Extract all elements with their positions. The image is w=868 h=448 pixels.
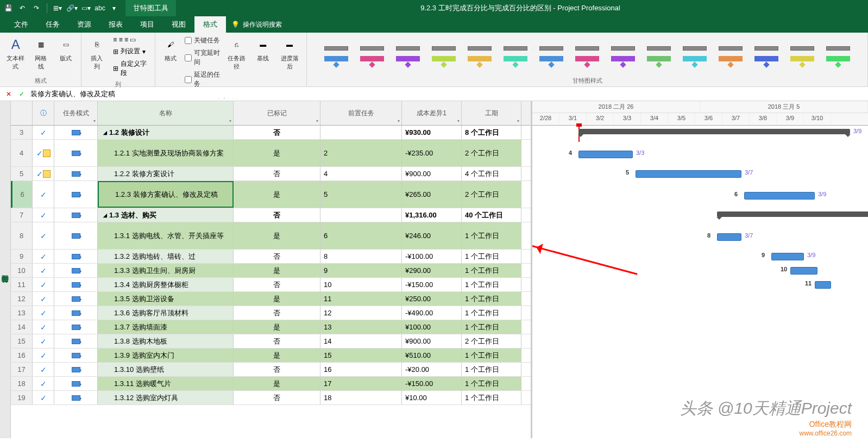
gantt-style-swatch[interactable]	[716, 43, 745, 67]
name-cell[interactable]: 1.3.4 选购厨房整体橱柜	[98, 278, 234, 291]
pred-column[interactable]: 前置任务▾	[320, 101, 402, 125]
pred-cell[interactable]: 6	[320, 222, 402, 249]
name-cell[interactable]: 1.3.2 选购地砖、墙砖、过	[98, 250, 234, 263]
gantt-bar[interactable]	[815, 281, 831, 289]
mark-cell[interactable]: 否	[234, 306, 320, 320]
tab-report[interactable]: 报表	[100, 16, 131, 33]
table-row[interactable]: 13✓1.3.6 选购客厅吊顶材料否12-¥490.001 个工作日	[11, 306, 531, 320]
gantt-bar[interactable]	[717, 233, 741, 241]
cancel-icon[interactable]: ✕	[4, 90, 13, 98]
undo-icon[interactable]: ↶	[17, 3, 27, 13]
slippage-button[interactable]: ▬进度落后	[277, 35, 302, 72]
dur-cell[interactable]: 1 个工作日	[462, 292, 521, 306]
pred-cell[interactable]: 8	[320, 250, 402, 263]
pred-cell[interactable]: 13	[320, 320, 402, 334]
table-row[interactable]: 19✓1.3.12 选购室内灯具否18¥10.001 个工作日	[11, 391, 531, 405]
name-cell[interactable]: 1.3.8 选购木地板	[98, 334, 234, 348]
name-column[interactable]: 名称▾	[98, 101, 234, 125]
gantt-style-swatch[interactable]	[788, 43, 816, 67]
name-cell[interactable]: 1.3.5 选购卫浴设备	[98, 292, 234, 306]
table-row[interactable]: 16✓1.3.9 选购室内木门是15¥510.001 个工作日	[11, 349, 531, 363]
mark-cell[interactable]: 否	[234, 278, 320, 291]
gantt-style-swatch[interactable]	[573, 43, 601, 67]
cost-cell[interactable]: ¥930.00	[402, 126, 462, 139]
gantt-style-swatch[interactable]	[466, 43, 494, 67]
cost-cell[interactable]: ¥510.00	[402, 349, 462, 362]
cost-cell[interactable]: -¥100.00	[402, 250, 462, 263]
cost-cell[interactable]: ¥290.00	[402, 264, 462, 277]
pred-cell[interactable]: 5	[320, 181, 402, 208]
info-column[interactable]: ⓘ	[33, 101, 54, 125]
dur-cell[interactable]: 2 个工作日	[462, 334, 521, 348]
mark-cell[interactable]: 否	[234, 208, 320, 222]
mark-cell[interactable]: 否	[234, 391, 320, 405]
dur-cell[interactable]: 1 个工作日	[462, 250, 521, 263]
gantt-style-swatch[interactable]	[645, 43, 673, 67]
dur-cell[interactable]: 2 个工作日	[462, 181, 521, 208]
mark-cell[interactable]: 是	[234, 140, 320, 166]
mark-cell[interactable]: 是	[234, 181, 320, 208]
pred-cell[interactable]: 4	[320, 167, 402, 181]
format-button[interactable]: 🖌格式	[160, 35, 181, 64]
cost-cell[interactable]: ¥250.00	[402, 292, 462, 306]
name-cell[interactable]: 1.3.7 选购墙面漆	[98, 320, 234, 334]
mark-cell[interactable]: 是	[234, 292, 320, 306]
cost-cell[interactable]: -¥490.00	[402, 306, 462, 320]
table-row[interactable]: 11✓1.3.4 选购厨房整体橱柜否10-¥150.001 个工作日	[11, 278, 531, 292]
table-row[interactable]: 14✓1.3.7 选购墙面漆是13¥100.001 个工作日	[11, 320, 531, 334]
critical-tasks-check[interactable]: 关键任务	[185, 35, 221, 46]
dur-cell[interactable]: 1 个工作日	[462, 391, 521, 405]
tell-me[interactable]: 💡 操作说明搜索	[231, 16, 282, 33]
table-row[interactable]: 5✓ 1.2.2 装修方案设计否4¥900.004 个工作日	[11, 167, 531, 181]
mark-cell[interactable]: 否	[234, 167, 320, 181]
enter-icon[interactable]: ✓	[17, 90, 26, 98]
mark-cell[interactable]: 否	[234, 126, 320, 139]
cost-cell[interactable]: ¥900.00	[402, 334, 462, 348]
gantt-style-swatch[interactable]	[322, 43, 350, 67]
dur-cell[interactable]: 4 个工作日	[462, 167, 521, 181]
layout-button[interactable]: ▭版式	[55, 35, 77, 64]
dur-cell[interactable]: 1 个工作日	[462, 320, 521, 334]
table-row[interactable]: 4✓ 1.2.1 实地测量及现场协商装修方案是2-¥235.002 个工作日	[11, 140, 531, 167]
dur-cell[interactable]: 2 个工作日	[462, 140, 521, 166]
table-row[interactable]: 7✓1.3 选材、购买否¥1,316.0040 个工作日	[11, 208, 531, 222]
name-cell[interactable]: 1.3.6 选购客厅吊顶材料	[98, 306, 234, 320]
gantt-style-swatch[interactable]	[824, 43, 852, 67]
table-row[interactable]: 10✓1.3.3 选购卫生间、厨房厨是9¥290.001 个工作日	[11, 264, 531, 278]
gantt-bar[interactable]	[771, 253, 804, 260]
name-cell[interactable]: 1.2.1 实地测量及现场协商装修方案	[98, 140, 234, 166]
table-row[interactable]: 8✓1.3.1 选购电线、水管、开关插座等是6¥246.001 个工作日	[11, 222, 531, 250]
context-tab[interactable]: 甘特图工具	[125, 0, 176, 16]
more-icon[interactable]: ▾	[109, 3, 119, 13]
mark-cell[interactable]: 否	[234, 363, 320, 376]
tab-project[interactable]: 项目	[131, 16, 163, 33]
mark-cell[interactable]: 是	[234, 377, 320, 390]
dur-cell[interactable]: 8 个工作日	[462, 126, 521, 139]
tab-format[interactable]: 格式	[194, 16, 226, 33]
pred-cell[interactable]: 18	[320, 391, 402, 405]
pred-cell[interactable]: 16	[320, 363, 402, 376]
dur-column[interactable]: 工期▾	[462, 101, 521, 125]
goto-icon[interactable]: ⊞▾	[53, 3, 62, 13]
name-cell[interactable]: 1.3.3 选购卫生间、厨房厨	[98, 264, 234, 277]
cost-cell[interactable]: ¥265.00	[402, 181, 462, 208]
tab-task[interactable]: 任务	[37, 16, 68, 33]
link-icon[interactable]: 🔗▾	[67, 3, 77, 13]
name-cell[interactable]: 1.3.9 选购室内木门	[98, 349, 234, 362]
pred-cell[interactable]: 9	[320, 264, 402, 277]
dur-cell[interactable]: 1 个工作日	[462, 363, 521, 376]
pred-cell[interactable]: 2	[320, 140, 402, 166]
cost-cell[interactable]: ¥1,316.00	[402, 208, 462, 222]
name-cell[interactable]: 1.3 选材、购买	[98, 208, 234, 222]
gantt-bar[interactable]	[744, 192, 815, 200]
mark-cell[interactable]: 是	[234, 222, 320, 249]
gantt-style-swatch[interactable]	[537, 43, 565, 67]
table-row[interactable]: 3✓1.2 装修设计否¥930.008 个工作日	[11, 126, 531, 140]
gantt-chart[interactable]: 2018 二月 26 2018 三月 5 2/283/13/23/33/43/5…	[532, 101, 868, 438]
name-cell[interactable]: 1.2.3 装修方案确认、修改及定稿	[98, 181, 234, 208]
cost-cell[interactable]: ¥900.00	[402, 167, 462, 181]
cost-cell[interactable]: -¥150.00	[402, 377, 462, 390]
redo-icon[interactable]: ↷	[32, 3, 41, 13]
pred-cell[interactable]: 15	[320, 349, 402, 362]
pred-cell[interactable]	[320, 126, 402, 139]
